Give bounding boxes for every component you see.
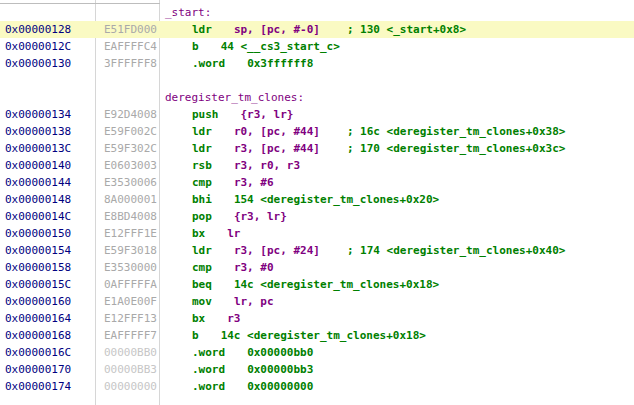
operands: r3 (227, 310, 340, 327)
symbol-label: deregister_tm_clones: (165, 91, 304, 104)
disassembly-row[interactable]: 0x00000160E1A0E00Fmovlr, pc (0, 293, 634, 310)
mnemonic: b (192, 327, 199, 344)
address-cell: 0x00000164 (0, 310, 96, 327)
instruction-line: b14c <deregister_tm_clones+0x18> (165, 329, 426, 342)
mnemonic: pop (192, 208, 212, 225)
mnemonic: bx (192, 310, 205, 327)
blank-row (0, 72, 634, 89)
disassembly-row[interactable]: 0x00000134E92D4008push{r3, lr} (0, 106, 634, 123)
opcode-cell (96, 4, 159, 21)
mnemonic: cmp (192, 259, 212, 276)
instruction-cell: movlr, pc (159, 293, 634, 310)
operands: r3, [pc, #44] (234, 140, 347, 157)
address-cell: 0x0000012C (0, 38, 96, 55)
address-cell: 0x0000015C (0, 276, 96, 293)
disassembly-row[interactable]: 0x00000128E51FD000ldrsp, [pc, #-0]; 130 … (0, 21, 634, 38)
instruction-cell: bhi154 <deregister_tm_clones+0x20> (159, 191, 634, 208)
comment: ; 16c <deregister_tm_clones+0x38> (347, 125, 566, 138)
address-cell (0, 4, 96, 21)
label-row[interactable]: _start: (0, 4, 634, 21)
disassembly-row[interactable]: 0x0000017000000BB3.word0x00000bb3 (0, 361, 634, 378)
opcode-cell: 8A000001 (96, 191, 159, 208)
disassembly-row[interactable]: 0x00000154E59F3018ldrr3, [pc, #24]; 174 … (0, 242, 634, 259)
disassembly-row[interactable]: 0x00000140E0603003rsbr3, r0, r3 (0, 157, 634, 174)
instruction-cell: b14c <deregister_tm_clones+0x18> (159, 327, 634, 344)
mnemonic: .word (192, 361, 225, 378)
symbol-label: _start: (165, 6, 211, 19)
mnemonic: rsb (192, 157, 212, 174)
opcode-cell: E12FFF1E (96, 225, 159, 242)
mnemonic: .word (192, 55, 225, 72)
address-cell: 0x0000013C (0, 140, 96, 157)
instruction-line: beq14c <deregister_tm_clones+0x18> (165, 278, 439, 291)
mnemonic: .word (192, 344, 225, 361)
instruction-line: bxr3 (165, 312, 340, 325)
instruction-line: .word0x00000bb0 (165, 346, 360, 359)
instruction-line: cmpr3, #0 (165, 261, 347, 274)
opcode-cell: E8BD4008 (96, 208, 159, 225)
instruction-line: bhi154 <deregister_tm_clones+0x20> (165, 193, 439, 206)
instruction-line: bxlr (165, 227, 340, 240)
address-cell: 0x00000154 (0, 242, 96, 259)
instruction-line: ldrr3, [pc, #24]; 174 <deregister_tm_clo… (165, 244, 565, 257)
opcode-cell: E12FFF13 (96, 310, 159, 327)
address-cell: 0x00000140 (0, 157, 96, 174)
operands: 154 <deregister_tm_clones+0x20> (234, 191, 439, 208)
instruction-cell: cmpr3, #0 (159, 259, 634, 276)
opcode-cell (96, 89, 159, 106)
mnemonic: bx (192, 225, 205, 242)
operands: r3, r0, r3 (234, 157, 347, 174)
comment: ; 130 <_start+0x8> (347, 23, 466, 36)
disassembly-row[interactable]: 0x00000168EAFFFFF7b14c <deregister_tm_cl… (0, 327, 634, 344)
instruction-cell: deregister_tm_clones: (159, 89, 634, 106)
instruction-cell: cmpr3, #6 (159, 174, 634, 191)
mnemonic: mov (192, 293, 212, 310)
disassembly-row[interactable]: 0x000001303FFFFFF8.word0x3ffffff8 (0, 55, 634, 72)
opcode-cell: 00000BB0 (96, 344, 159, 361)
disassembly-view: _start:0x00000128E51FD000ldrsp, [pc, #-0… (0, 0, 634, 405)
opcode-cell: E51FD000 (96, 21, 159, 38)
disassembly-row[interactable]: 0x0000013CE59F302Cldrr3, [pc, #44]; 170 … (0, 140, 634, 157)
instruction-cell: .word0x00000000 (159, 378, 634, 395)
disassembly-row[interactable]: 0x0000014CE8BD4008pop{r3, lr} (0, 208, 634, 225)
label-row[interactable]: deregister_tm_clones: (0, 89, 634, 106)
opcode-cell: E3530000 (96, 259, 159, 276)
operands: r3, [pc, #24] (234, 242, 347, 259)
instruction-cell: ldrr3, [pc, #44]; 170 <deregister_tm_clo… (159, 140, 634, 157)
disassembly-row[interactable]: 0x00000138E59F002Cldrr0, [pc, #44]; 16c … (0, 123, 634, 140)
disassembly-row[interactable]: 0x00000150E12FFF1Ebxlr (0, 225, 634, 242)
opcode-cell: E92D4008 (96, 106, 159, 123)
disassembly-row[interactable]: 0x00000164E12FFF13bxr3 (0, 310, 634, 327)
opcode-cell: E3530006 (96, 174, 159, 191)
mnemonic: ldr (192, 123, 212, 140)
operands: r3, #6 (234, 174, 347, 191)
operands: sp, [pc, #-0] (234, 21, 347, 38)
instruction-cell: bxr3 (159, 310, 634, 327)
address-cell: 0x00000174 (0, 378, 96, 395)
operands: 14c <deregister_tm_clones+0x18> (234, 276, 439, 293)
mnemonic: cmp (192, 174, 212, 191)
instruction-line: .word0x00000000 (165, 380, 360, 393)
address-cell: 0x0000014C (0, 208, 96, 225)
address-cell: 0x00000160 (0, 293, 96, 310)
instruction-line: ldrr0, [pc, #44]; 16c <deregister_tm_clo… (165, 125, 565, 138)
opcode-cell: E59F3018 (96, 242, 159, 259)
disassembly-row[interactable]: 0x0000017400000000.word0x00000000 (0, 378, 634, 395)
operands: 0x3ffffff8 (247, 55, 360, 72)
instruction-line: pop{r3, lr} (165, 210, 347, 223)
disassembly-row[interactable]: 0x00000144E3530006cmpr3, #6 (0, 174, 634, 191)
disassembly-row[interactable]: 0x0000015C0AFFFFFAbeq14c <deregister_tm_… (0, 276, 634, 293)
comment: ; 170 <deregister_tm_clones+0x3c> (347, 142, 566, 155)
instruction-cell: ldrsp, [pc, #-0]; 130 <_start+0x8> (159, 21, 634, 38)
address-cell: 0x00000170 (0, 361, 96, 378)
disassembly-row[interactable]: 0x00000158E3530000cmpr3, #0 (0, 259, 634, 276)
instruction-line: .word0x3ffffff8 (165, 57, 360, 70)
address-cell: 0x00000150 (0, 225, 96, 242)
disassembly-row[interactable]: 0x0000012CEAFFFFC4b44 <__cs3_start_c> (0, 38, 634, 55)
address-cell: 0x00000158 (0, 259, 96, 276)
disassembly-row[interactable]: 0x000001488A000001bhi154 <deregister_tm_… (0, 191, 634, 208)
comment: ; 174 <deregister_tm_clones+0x40> (347, 244, 566, 257)
disassembly-row[interactable]: 0x0000016C00000BB0.word0x00000bb0 (0, 344, 634, 361)
instruction-line: movlr, pc (165, 295, 347, 308)
mnemonic: ldr (192, 140, 212, 157)
